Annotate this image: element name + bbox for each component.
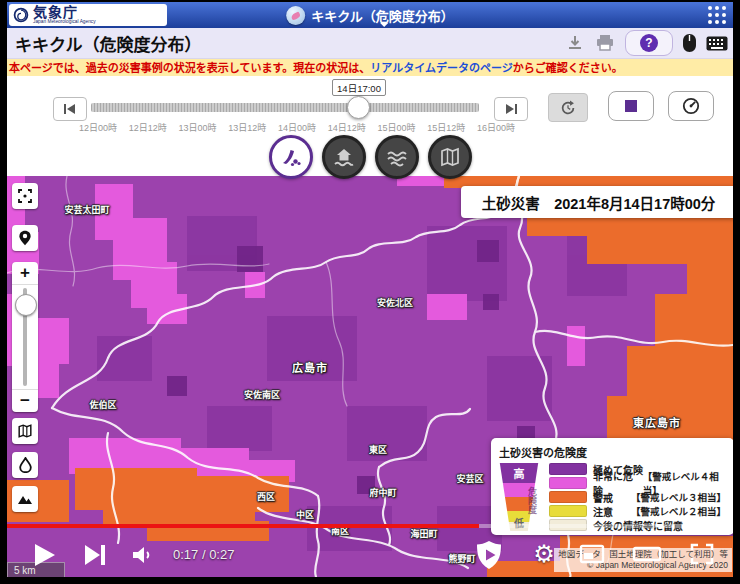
- fullscreen-icon: [689, 542, 715, 566]
- legend-swatch: [549, 477, 587, 489]
- page-title-bar: キキクル（危険度分布） ?: [7, 28, 733, 59]
- slider-time-tooltip: 14日17:00: [332, 79, 386, 96]
- timeline-tick: 13日12時: [228, 121, 266, 134]
- agency-subtitle: Japan Meteorological Agency: [33, 20, 96, 25]
- legend-swatch: [549, 505, 587, 517]
- notice-banner: 本ページでは、過去の災害事例の状況を表示しています。現在の状況は、リアルタイムデ…: [7, 58, 733, 76]
- hazard-map[interactable]: 安芸太田町安佐北区広島市安佐南区佐伯区東広島市東区安芸区府中町西区中区南区海田町…: [7, 176, 733, 577]
- next-icon: [83, 544, 107, 566]
- base-map-toggle-button[interactable]: [12, 418, 38, 444]
- return-to-latest-button[interactable]: [548, 93, 588, 122]
- theater-mode-icon: [632, 546, 662, 562]
- video-settings-button[interactable]: ⚙: [530, 540, 558, 568]
- gear-icon: ⚙: [533, 542, 555, 566]
- app-title-menu[interactable]: キキクル（危険度分布）: [286, 2, 454, 28]
- jma-logo-icon: [13, 7, 29, 23]
- hazard-flood-button[interactable]: [375, 135, 419, 179]
- current-location-button[interactable]: [12, 225, 38, 251]
- timeline-tick: 14日12時: [328, 121, 366, 134]
- hazard-legend: 土砂災害の危険度 高 危険度 低 極めて危険非常に危険【警戒レベル４相当】警戒【…: [491, 438, 733, 535]
- mouse-icon[interactable]: [682, 33, 697, 53]
- map-zoom-control: + −: [12, 262, 38, 412]
- video-progress-fill: [7, 524, 479, 528]
- rain-layer-button[interactable]: [12, 452, 38, 478]
- video-next-button[interactable]: [81, 543, 109, 567]
- timeline-tick: 15日12時: [427, 121, 465, 134]
- video-progress-bar[interactable]: [7, 524, 733, 528]
- time-slider-handle[interactable]: [347, 96, 370, 119]
- time-controls: 14日17:00 12日00時12日12時13日00時13日12: [7, 76, 733, 176]
- timeline-tick: 15日00時: [377, 121, 415, 134]
- map-place-label: 中区: [296, 508, 314, 521]
- notice-text-before: 本ページでは、過去の災害事例の状況を表示しています。現在の状況は、: [9, 59, 370, 75]
- map-place-label: 安佐南区: [244, 388, 280, 401]
- map-place-label: 東広島市: [633, 414, 681, 430]
- legend-rows: 極めて危険非常に危険【警戒レベル４相当】警戒【警戒レベル３相当】注意【警戒レベル…: [549, 463, 726, 531]
- zoom-in-button[interactable]: +: [12, 262, 38, 285]
- download-icon[interactable]: [565, 33, 585, 53]
- timeline-tick: 12日00時: [79, 121, 117, 134]
- keyboard-icon[interactable]: [706, 36, 728, 51]
- timeline-tick: 14日00時: [278, 121, 316, 134]
- realtime-data-link[interactable]: リアルタイムデータのページ: [370, 59, 512, 75]
- map-icon: [439, 146, 461, 168]
- video-theater-button[interactable]: [631, 545, 663, 563]
- agency-name: 気象庁: [33, 5, 96, 19]
- video-volume-button[interactable]: [131, 545, 155, 565]
- map-view-button[interactable]: [428, 135, 472, 179]
- landslide-icon: [280, 146, 302, 168]
- zoom-slider-handle[interactable]: [15, 294, 37, 316]
- app-title-text: キキクル（危険度分布）: [311, 6, 454, 25]
- refresh-clock-icon: [559, 99, 577, 117]
- volume-icon: [132, 546, 154, 564]
- help-icon: ?: [640, 34, 658, 52]
- map-place-label: 海田町: [410, 527, 437, 540]
- legend-swatch: [549, 491, 587, 503]
- legend-row: 注意【警戒レベル２相当】: [549, 505, 726, 517]
- skip-to-start-button[interactable]: [53, 97, 87, 121]
- map-place-label: 安芸区: [456, 472, 483, 485]
- app-grid-menu-icon[interactable]: [708, 6, 726, 24]
- stop-animation-button[interactable]: [608, 91, 654, 121]
- map-place-label: 安芸太田町: [64, 203, 109, 216]
- jma-logo[interactable]: 気象庁 Japan Meteorological Agency: [9, 4, 167, 26]
- video-autoplay-button[interactable]: [472, 538, 506, 572]
- chevron-down-icon: [380, 23, 388, 27]
- video-fullscreen-button[interactable]: [687, 541, 717, 567]
- legend-scale-bar: 高 危険度 低: [499, 463, 539, 531]
- legend-axis-label: 危険度: [499, 481, 539, 519]
- playback-speed-button[interactable]: [668, 91, 714, 121]
- map-place-label: 府中町: [369, 486, 396, 499]
- map-place-label: 東区: [369, 443, 387, 456]
- mountain-icon: [17, 493, 33, 505]
- video-miniplayer-button[interactable]: [578, 543, 606, 565]
- map-place-label: 佐伯区: [89, 398, 116, 411]
- map-datetime-banner: 土砂災害 2021年8月14日17時00分: [461, 186, 733, 218]
- terrain-layer-button[interactable]: [12, 486, 38, 512]
- notice-text-after: からご確認ください。: [513, 59, 623, 75]
- legend-label: 注意: [593, 504, 613, 519]
- speed-gauge-icon: [681, 96, 701, 116]
- zoom-out-button[interactable]: −: [12, 389, 38, 412]
- location-pin-icon: [18, 230, 32, 246]
- video-play-button[interactable]: [29, 540, 59, 570]
- raindrop-icon: [19, 457, 32, 473]
- folded-map-icon: [17, 423, 33, 439]
- map-fullscreen-button[interactable]: [12, 183, 38, 209]
- timeline-tick: 16日00時: [477, 121, 515, 134]
- help-button[interactable]: ?: [625, 30, 673, 56]
- hazard-inundation-button[interactable]: [322, 135, 366, 179]
- shield-play-icon: [473, 539, 505, 571]
- skip-to-end-button[interactable]: [494, 97, 528, 121]
- time-slider-track[interactable]: [91, 103, 479, 112]
- stop-icon: [625, 100, 637, 112]
- hazard-landslide-button[interactable]: [269, 135, 313, 179]
- flood-icon: [386, 146, 408, 168]
- legend-label: 警戒: [593, 490, 613, 505]
- legend-swatch: [549, 463, 587, 475]
- timeline-tick: 13日00時: [178, 121, 216, 134]
- print-icon[interactable]: [594, 33, 616, 53]
- expand-icon: [17, 188, 33, 204]
- miniplayer-icon: [579, 544, 605, 564]
- timeline-tick-labels: 12日00時12日12時13日00時13日12時14日00時14日12時15日0…: [79, 121, 515, 134]
